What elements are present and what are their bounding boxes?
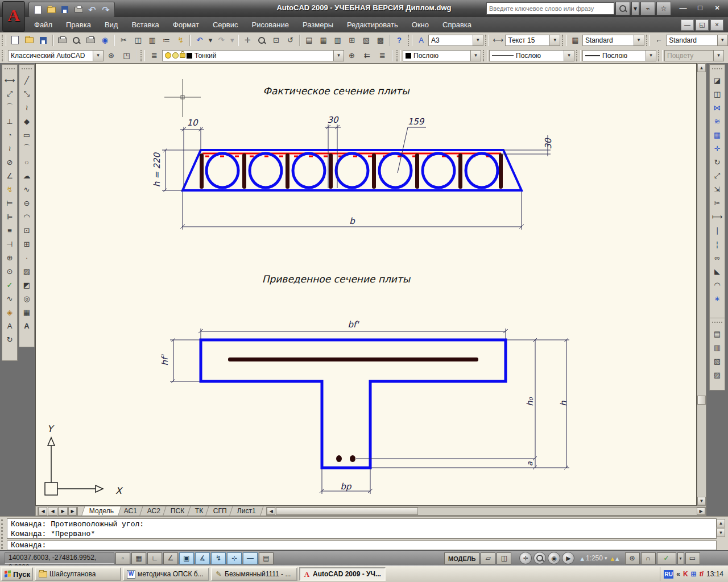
- zoom-previous-button[interactable]: ↺: [284, 34, 297, 47]
- tray-collapse-icon[interactable]: «: [676, 570, 680, 578]
- snagit-tray-icon[interactable]: ti: [700, 570, 704, 578]
- plot-button[interactable]: [56, 34, 69, 47]
- snap-toggle[interactable]: ▫: [115, 552, 130, 564]
- undo-dropdown[interactable]: ▾: [207, 34, 213, 47]
- stretch-button[interactable]: ⇲: [711, 182, 723, 196]
- menu-tools[interactable]: Сервис: [206, 18, 245, 31]
- pan-tool-button[interactable]: ✛: [519, 552, 532, 564]
- prev-tab-button[interactable]: ◀: [48, 507, 57, 516]
- dim-baseline-button[interactable]: ⊨: [3, 196, 16, 210]
- status-menu-dropdown[interactable]: ▾: [677, 552, 684, 564]
- next-tab-button[interactable]: ▶: [58, 507, 68, 516]
- save-button[interactable]: [37, 34, 50, 47]
- first-tab-button[interactable]: ◀: [38, 507, 47, 516]
- workspace-settings-button[interactable]: ⊛: [104, 49, 118, 63]
- linetype-combo[interactable]: Послою▾: [489, 50, 574, 61]
- command-input[interactable]: Команда:: [7, 541, 717, 550]
- toolbar-grip[interactable]: [483, 50, 487, 61]
- command-history[interactable]: Команда: Противоположный угол: Команда: …: [7, 518, 717, 539]
- polyline-button[interactable]: ≀: [20, 101, 33, 114]
- plot-button[interactable]: [72, 4, 85, 15]
- toolbar-grip[interactable]: [2, 35, 6, 46]
- redo-button[interactable]: ↷: [215, 34, 228, 47]
- dim-diameter-button[interactable]: ⊘: [3, 155, 16, 169]
- search-input[interactable]: [486, 2, 614, 15]
- scroll-down-button[interactable]: ▼: [697, 497, 706, 505]
- scroll-up-button[interactable]: ▲: [697, 64, 706, 72]
- help-button[interactable]: ?: [392, 34, 406, 47]
- annotation-auto-add-button[interactable]: ▴: [615, 554, 619, 563]
- layer-combo[interactable]: Тонкий ▾: [162, 50, 344, 61]
- vertical-scrollbar[interactable]: ▲ ▼: [697, 63, 706, 506]
- doc-minimize-button[interactable]: —: [681, 19, 694, 31]
- lwt-toggle[interactable]: —: [243, 552, 258, 564]
- status-bar-menu-button[interactable]: ✓: [657, 552, 676, 564]
- open-button[interactable]: [23, 34, 36, 47]
- dim-jogged-button[interactable]: ≀: [3, 142, 16, 155]
- dim-angular-button[interactable]: ∠: [3, 169, 16, 182]
- menu-help[interactable]: Справка: [436, 18, 478, 31]
- color-combo[interactable]: Послою▾: [403, 50, 481, 61]
- break-at-point-button[interactable]: ∣: [711, 223, 723, 237]
- bring-to-front-button[interactable]: ▤: [711, 327, 723, 340]
- send-to-back-button[interactable]: ▥: [711, 340, 723, 354]
- start-button[interactable]: Пуск: [1, 567, 33, 581]
- open-button[interactable]: [45, 4, 57, 15]
- zoom-tool-button[interactable]: [533, 552, 546, 564]
- paste-button[interactable]: ▥: [146, 34, 159, 47]
- table-button[interactable]: ▦: [20, 305, 33, 319]
- layer-previous-button[interactable]: ⇇: [360, 49, 374, 63]
- mleader-style-combo[interactable]: Standard▾: [666, 35, 728, 46]
- dim-inspect-button[interactable]: ✓: [3, 278, 16, 292]
- layout-tabs-button[interactable]: ◫: [497, 552, 511, 564]
- match-properties-button[interactable]: ≔: [160, 34, 173, 47]
- table-style-manager-button[interactable]: ▦: [569, 34, 582, 47]
- menu-draw[interactable]: Рисование: [245, 18, 295, 31]
- menu-insert[interactable]: Вставка: [125, 18, 166, 31]
- dim-linear-button[interactable]: ⟷: [3, 73, 16, 87]
- scrollbar-thumb[interactable]: [697, 396, 706, 405]
- explode-button[interactable]: ∗: [711, 292, 723, 305]
- antivirus-tray-icon[interactable]: K: [683, 570, 688, 578]
- region-button[interactable]: ◎: [20, 292, 33, 305]
- break-button[interactable]: ¦: [711, 237, 723, 251]
- taskbar-item-untitled[interactable]: ✎Безымянный1111 - ...: [211, 567, 297, 581]
- clean-screen-button[interactable]: ▭: [685, 552, 700, 564]
- dim-arc-length-button[interactable]: ⌒: [3, 101, 16, 114]
- show-motion-button[interactable]: ▶: [562, 552, 574, 564]
- menu-format[interactable]: Формат: [166, 18, 206, 31]
- layer-properties-manager-button[interactable]: ≣: [147, 49, 162, 63]
- text-style-manager-button[interactable]: A: [415, 34, 428, 47]
- make-object-layer-current-button[interactable]: ⊕: [345, 49, 359, 63]
- scroll-up-button[interactable]: ▲: [717, 519, 725, 527]
- extend-button[interactable]: ⟼: [711, 210, 723, 223]
- erase-button[interactable]: ◪: [711, 73, 723, 87]
- polygon-button[interactable]: ◆: [20, 114, 33, 128]
- designcenter-button[interactable]: ▦: [317, 34, 330, 47]
- scroll-left-button[interactable]: ◀: [267, 508, 275, 515]
- workspace-combo[interactable]: Классический AutoCAD▾: [8, 50, 104, 61]
- chamfer-button[interactable]: ◣: [711, 264, 723, 278]
- polar-toggle[interactable]: ∠: [163, 552, 178, 564]
- dim-radius-button[interactable]: ◔: [3, 128, 16, 142]
- quick-properties-toggle[interactable]: ▤: [259, 552, 274, 564]
- construction-line-button[interactable]: ⤡: [20, 87, 33, 101]
- toolbar-grip[interactable]: [396, 50, 401, 61]
- mtext-button[interactable]: A: [20, 319, 33, 332]
- rectangle-button[interactable]: ▭: [20, 128, 33, 142]
- scale-button[interactable]: ⤢: [711, 169, 723, 182]
- tab-model[interactable]: Модель: [81, 506, 122, 516]
- copy-button[interactable]: ◫: [131, 34, 144, 47]
- toolbar-grip[interactable]: [646, 35, 651, 46]
- my-workspace-button[interactable]: ◳: [119, 49, 134, 63]
- revision-cloud-button[interactable]: ☁: [20, 169, 33, 182]
- scrollbar-thumb[interactable]: [276, 508, 418, 515]
- mirror-button[interactable]: ⋈: [711, 101, 723, 114]
- communication-center-button[interactable]: ⌁: [640, 2, 655, 15]
- plot-preview-button[interactable]: [70, 34, 83, 47]
- model-tab-button[interactable]: ▱: [481, 552, 495, 564]
- dim-update-button[interactable]: ↻: [3, 332, 16, 346]
- ellipse-button[interactable]: ⊖: [20, 196, 33, 210]
- center-mark-button[interactable]: ⊙: [3, 264, 16, 278]
- redo-dropdown[interactable]: ▾: [229, 34, 235, 47]
